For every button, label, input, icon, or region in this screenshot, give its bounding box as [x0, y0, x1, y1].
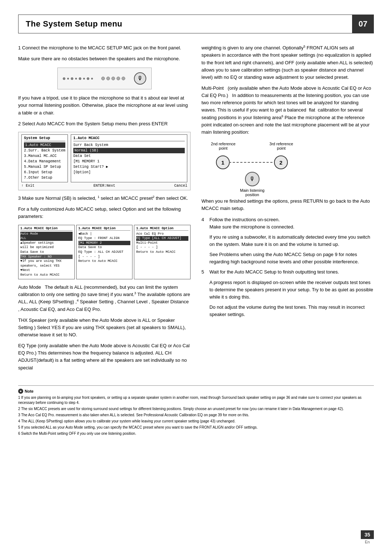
- note-4: 4 The ALL (Keep SPsetting) option allows…: [18, 419, 374, 424]
- option-box-3: 1.Auto MCACC Option Aco Cal EQ Pro EQ Ty…: [134, 225, 191, 279]
- opt1-return: Return to Auto MCACC: [20, 273, 73, 278]
- footer-cancel: Cancel: [174, 184, 187, 188]
- para-3: If you have a tripod, use it to place th…: [18, 94, 191, 116]
- note-6: 6 Switch the Multi-Point setting OFF if …: [18, 431, 374, 436]
- opt1-automode: Auto Mode: [20, 232, 73, 236]
- para-5a: 3 Make sure Normal (SB) is selected, 1 s…: [18, 195, 188, 201]
- device-dots: [63, 77, 93, 80]
- opt3-acocalEQ: Aco Cal EQ Pro: [136, 232, 188, 236]
- main-listening-label: Main listeningposition: [238, 188, 267, 197]
- opt2-dashes: [ - - - - ]: [78, 255, 131, 259]
- btn-5: [122, 77, 125, 80]
- num-4-text: Follow the instructions on-screen.Make s…: [209, 216, 294, 231]
- note-3: 3 The Aco Cal EQ Pro. measurement is als…: [18, 413, 374, 418]
- right-para-3: When you re finished settings the option…: [201, 198, 374, 212]
- ref-point-2: 2: [274, 155, 288, 169]
- note-5: 5 If you selected ALL as your Auto Mode …: [18, 425, 374, 430]
- device-buttons: [101, 77, 125, 80]
- btn-4: [117, 77, 120, 80]
- device-image-container: 🎙: [18, 68, 191, 89]
- num-item-subwoofer: If you re using a subwoofer, it is autom…: [201, 234, 374, 248]
- page-header: The System Setup menu 07: [18, 15, 374, 33]
- setting-start: Setting Start? ▶: [73, 164, 185, 170]
- opt2-eqall: EQ Type : ALL CH ADJUST: [78, 250, 131, 255]
- note-icon: ●: [18, 389, 23, 394]
- dot-4: [75, 78, 77, 80]
- opt3-return: Return to Auto MCACC: [136, 250, 188, 255]
- page-number: 35: [361, 530, 374, 539]
- dot-2: [67, 78, 69, 80]
- option-boxes: 1.Auto MCACC Option Auto Mode ALL ▲Speak…: [18, 225, 191, 279]
- opt2-eqtype: EQ Type : FRONT ALIGN: [78, 236, 131, 241]
- right-para-1: weighting is given to any one channel. O…: [201, 44, 374, 81]
- opt3-dashes: [ - - - - ]: [136, 245, 188, 250]
- para-4: 2 Select Auto MCACC from the System Setu…: [18, 120, 191, 127]
- option-box-2: 1.Auto MCACC Option ◀Back | EQ Type : FR…: [76, 225, 133, 279]
- ref-dashed-line: [229, 162, 276, 163]
- ref-diagram-box: 1 2 🎙 Main listeningposition: [209, 152, 310, 192]
- opt2-back: ◀Back |: [78, 232, 131, 236]
- menu-footer: ↑ Exit ENTER:Next Cancel: [21, 184, 187, 188]
- num-empty-3: [201, 279, 207, 301]
- opt1-all: ALL: [20, 236, 73, 241]
- opt2-memory: [M1 MEMORY 2: [78, 241, 131, 246]
- menu-item-2: 2.Surr. Back System: [24, 148, 65, 153]
- num-item-4: 4 Follow the instructions on-screen.Make…: [201, 216, 374, 231]
- footer-exit: ↑ Exit: [21, 184, 34, 188]
- menu-right-title: 1.Auto MCACC: [73, 136, 185, 141]
- para-1: 1 Connect the microphone to the MCACC SE…: [18, 44, 191, 52]
- reference-diagram: 2nd referencepoint 3rd referencepoint 1 …: [201, 142, 374, 192]
- num-item-volume: Do not adjust the volume during the test…: [201, 304, 374, 318]
- note-1: 1 If you are planning on bi-amping your …: [18, 395, 374, 405]
- menu-item-6: 6.Input Setup: [24, 170, 65, 175]
- chapter-number: 07: [352, 15, 374, 33]
- dot-1: [63, 77, 65, 80]
- num-item-progress: A progress report is displayed on-screen…: [201, 279, 374, 301]
- dot-6: [83, 78, 85, 80]
- normal-sb: Normal (SB): [73, 148, 185, 153]
- option-label: [Option]: [73, 170, 185, 175]
- memory-1: [M1 MEMORY 1: [73, 159, 185, 164]
- option-box-2-title: 1.Auto MCACC Option: [78, 227, 131, 231]
- page-title: The System Setup menu: [19, 15, 352, 33]
- problems-text: See Problems when using the Auto MCACC S…: [209, 251, 374, 266]
- page-lang: En: [365, 540, 369, 544]
- opt2-return: Return to Auto MCACC: [78, 259, 131, 264]
- page-footer: 35 En: [361, 530, 374, 544]
- right-para-2: Multi-Point (only available when the Aut…: [201, 85, 374, 136]
- system-setup-menu-title: System Setup: [24, 136, 65, 141]
- option-box-1: 1.Auto MCACC Option Auto Mode ALL ▲Speak…: [18, 225, 75, 279]
- num-4: 4: [201, 216, 207, 231]
- footer-enter: ENTER:Next: [93, 184, 115, 188]
- num-5: 5: [201, 268, 207, 276]
- para-2: Make sure there are no obstacles between…: [18, 55, 191, 62]
- opt1-thx: THX Speaker : NO: [20, 255, 73, 259]
- opt1-thxnote: ▼If you are using THX: [20, 259, 73, 264]
- opt3-multipoint: Multi-Point: [136, 241, 188, 246]
- ref-labels-row: 2nd referencepoint 3rd referencepoint: [209, 142, 296, 150]
- option-box-3-title: 1.Auto MCACC Option: [136, 227, 188, 231]
- progress-text: A progress report is displayed on-screen…: [209, 279, 374, 301]
- microphone-icon: 🎙: [134, 72, 146, 85]
- btn-3: [111, 77, 115, 80]
- volume-text: Do not adjust the volume during the test…: [209, 304, 374, 318]
- btn-1: [101, 77, 105, 80]
- system-setup-menu-box: System Setup 1.Auto MCACC 2.Surr. Back S…: [21, 134, 68, 182]
- menu-screenshot: System Setup 1.Auto MCACC 2.Surr. Back S…: [18, 132, 191, 190]
- thx-para: THX Speaker (only available when the Aut…: [18, 317, 191, 339]
- menu-item-4: 4.Data Management: [24, 159, 65, 164]
- opt3-eqtype: EQ Type [ALL CH ADJUST]: [136, 236, 188, 241]
- menu-item-3: 3.Manual MC.ACC: [24, 153, 65, 159]
- opt1-optimized: will be optimized: [20, 245, 73, 250]
- opt1-thxnote2: speakers, select YES: [20, 264, 73, 268]
- opt1-speaker: ▲Speaker settings: [20, 241, 73, 246]
- para-6: For a fully customized Auto MCACC setup,…: [18, 206, 191, 220]
- right-column: weighting is given to any one channel. O…: [201, 44, 374, 375]
- dot-7: [87, 77, 89, 80]
- btn-2: [106, 77, 110, 80]
- menu-item-1: 1.Auto MCACC: [24, 142, 65, 148]
- ref-point-1: 1: [216, 155, 230, 169]
- menu-screenshot-inner: System Setup 1.Auto MCACC 2.Surr. Back S…: [21, 134, 187, 182]
- opt2-datasave: Data Save to: [78, 245, 131, 250]
- ref-label-1: 2nd referencepoint: [209, 142, 238, 150]
